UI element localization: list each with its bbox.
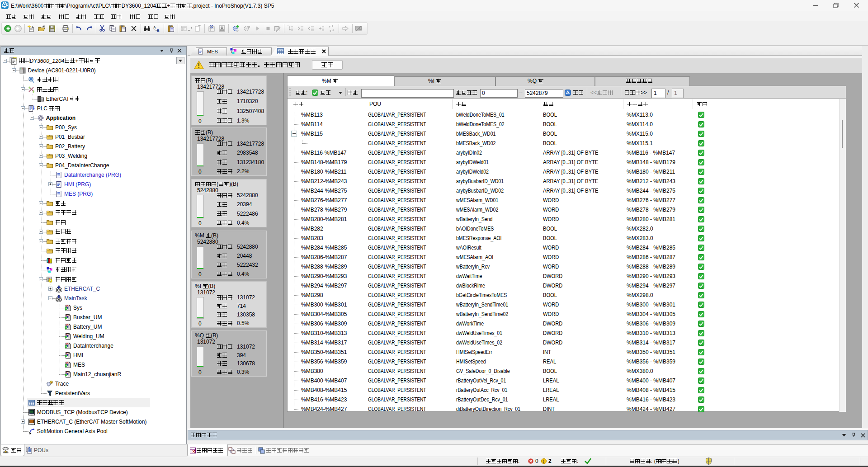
svg-text:A: A (153, 25, 156, 29)
